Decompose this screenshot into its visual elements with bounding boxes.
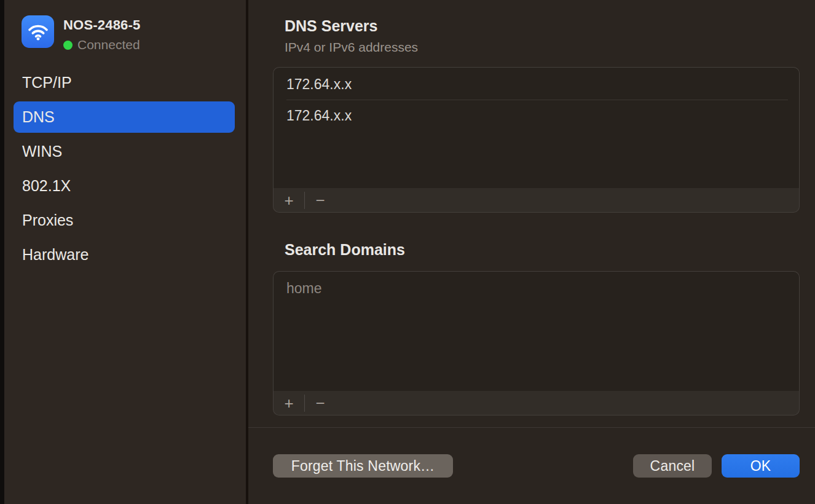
sidebar-item-proxies[interactable]: Proxies: [14, 205, 235, 236]
status-label: Connected: [77, 37, 140, 52]
dns-servers-title: DNS Servers: [285, 17, 800, 35]
search-domains-list: home + −: [273, 271, 800, 415]
dns-server-row[interactable]: 172.64.x.x: [274, 100, 799, 131]
remove-dns-server-button[interactable]: −: [311, 188, 329, 212]
sidebar-item-tcpip[interactable]: TCP/IP: [14, 67, 235, 98]
sidebar-nav: TCP/IP DNS WINS 802.1X Proxies Hardware: [4, 67, 246, 270]
network-name: NOS-2486-5: [63, 17, 141, 33]
ok-button[interactable]: OK: [722, 454, 800, 478]
toolbar-separator: [304, 395, 305, 412]
sidebar-item-hardware[interactable]: Hardware: [14, 239, 235, 270]
dns-settings-pane: DNS Servers IPv4 or IPv6 addresses 172.6…: [248, 0, 815, 504]
forget-network-button[interactable]: Forget This Network…: [273, 454, 453, 478]
add-dns-server-button[interactable]: +: [280, 188, 298, 212]
desktop-edge: [0, 0, 4, 504]
search-domains-title: Search Domains: [285, 241, 800, 259]
sidebar: NOS-2486-5 Connected TCP/IP DNS WINS 802…: [4, 0, 246, 504]
sidebar-item-wins[interactable]: WINS: [14, 136, 235, 167]
search-domain-row[interactable]: home: [274, 273, 799, 304]
dns-servers-subtitle: IPv4 or IPv6 addresses: [285, 40, 800, 55]
network-header: NOS-2486-5 Connected: [4, 0, 246, 52]
cancel-button[interactable]: Cancel: [633, 454, 712, 478]
network-details-window: NOS-2486-5 Connected TCP/IP DNS WINS 802…: [0, 0, 815, 504]
action-buttons: Forget This Network… Cancel OK: [273, 454, 800, 478]
network-status: Connected: [63, 37, 141, 52]
network-info: NOS-2486-5 Connected: [63, 15, 141, 52]
sidebar-item-dns[interactable]: DNS: [14, 101, 235, 133]
connected-dot-icon: [63, 41, 73, 50]
dns-servers-list: 172.64.x.x 172.64.x.x + −: [273, 67, 800, 213]
sidebar-item-8021x[interactable]: 802.1X: [14, 170, 235, 202]
dns-servers-entries: 172.64.x.x 172.64.x.x: [274, 68, 799, 188]
search-domains-toolbar: + −: [274, 391, 799, 415]
wifi-icon: [22, 15, 54, 48]
footer-divider: [248, 427, 815, 428]
search-domains-entries: home: [274, 272, 799, 391]
dns-servers-toolbar: + −: [274, 188, 799, 212]
toolbar-separator: [304, 192, 305, 209]
remove-search-domain-button[interactable]: −: [311, 391, 329, 415]
add-search-domain-button[interactable]: +: [280, 391, 298, 415]
dns-server-row[interactable]: 172.64.x.x: [274, 69, 799, 100]
